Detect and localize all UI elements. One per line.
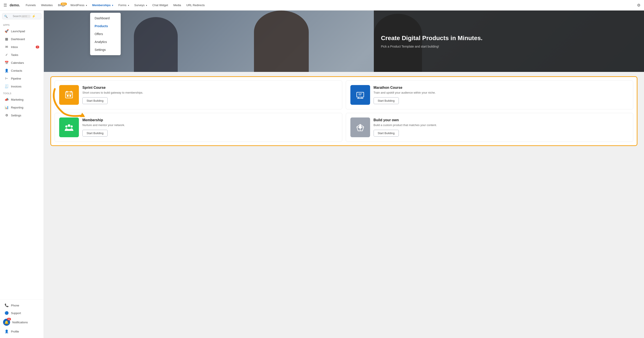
sidebar-item-label: Inbox (11, 45, 18, 49)
sidebar-item-launchpad[interactable]: 🚀 Launchpad (1, 28, 42, 35)
dropdown-products[interactable]: Products (90, 22, 120, 30)
sprint-course-desc: Short courses to build gateway to member… (82, 91, 338, 94)
marathon-course-name: Marathon Course (374, 86, 629, 90)
sidebar-item-contacts[interactable]: 👤 Contacts (1, 67, 42, 74)
product-cards-grid: Sprint Course Short courses to build gat… (50, 76, 638, 146)
sidebar-item-label: Launchpad (11, 30, 25, 33)
membership-desc: Nurture and mentor your network. (82, 124, 338, 127)
nav-surveys[interactable]: Surveys ▾ (132, 2, 150, 8)
sidebar-item-marketing[interactable]: 📣 Marketing (1, 96, 42, 103)
marketing-icon: 📣 (4, 98, 9, 102)
dropdown-offers[interactable]: Offers (90, 30, 120, 38)
settings-gear-icon[interactable]: ⚙ (637, 3, 640, 8)
sidebar-item-label: Invoices (11, 85, 22, 88)
sprint-course-info: Sprint Course Short courses to build gat… (82, 86, 338, 104)
hero-overlay: Create Digital Products in Minutes. Pick… (374, 10, 644, 72)
invoices-icon: 🧾 (4, 84, 9, 88)
membership-info: Membership Nurture and mentor your netwo… (82, 118, 338, 136)
notification-area: 🔔 11 Notifications (0, 317, 44, 328)
notification-icon-wrapper[interactable]: 🔔 11 (3, 319, 10, 326)
sidebar-item-invoices[interactable]: 🧾 Invoices (1, 83, 42, 90)
settings-icon: ⚙ (4, 113, 9, 117)
search-label: Search (13, 15, 21, 18)
sidebar-item-inbox[interactable]: ✉ Inbox 0 (1, 43, 42, 51)
nav-media[interactable]: Media (171, 2, 183, 8)
svg-point-13 (68, 124, 70, 127)
dashboard-icon: ▦ (4, 37, 9, 41)
sprint-course-name: Sprint Course (82, 86, 338, 90)
product-card-marathon-course: Marathon Course Train and upskill your a… (346, 80, 634, 110)
dropdown-settings[interactable]: Settings (90, 46, 120, 54)
sprint-course-icon (59, 85, 79, 105)
marathon-course-icon (350, 85, 370, 105)
hamburger-menu[interactable]: ☰ (4, 3, 7, 8)
pipeline-icon: ⊢ (4, 76, 9, 80)
nav-wordpress[interactable]: WordPress ▾ (68, 2, 89, 8)
reporting-icon: 📊 (4, 106, 9, 110)
sidebar-item-settings[interactable]: ⚙ Settings (1, 112, 42, 119)
membership-name: Membership (82, 118, 338, 122)
wordpress-arrow: ▾ (86, 4, 87, 6)
sidebar-item-label: Calendars (11, 61, 24, 64)
sidebar-item-label: Reporting (11, 106, 23, 109)
sidebar-item-profile[interactable]: 👤 Profile (1, 328, 42, 335)
svg-rect-2 (66, 91, 68, 93)
sidebar-item-label: Dashboard (11, 38, 25, 41)
lightning-icon: ⚡ (32, 14, 40, 18)
sidebar-item-label: Marketing (11, 98, 24, 101)
dropdown-dashboard[interactable]: Dashboard (90, 14, 120, 22)
sidebar-item-phone[interactable]: 📞 Phone (1, 302, 42, 309)
sidebar-item-label: Contacts (11, 69, 22, 72)
sidebar-item-label: Settings (11, 114, 21, 117)
hero-title: Create Digital Products in Minutes. (381, 34, 637, 42)
marathon-course-info: Marathon Course Train and upskill your a… (374, 86, 629, 104)
build-your-own-start-btn[interactable]: Start Building (374, 130, 399, 136)
hero-banner: Create Digital Products in Minutes. Pick… (44, 10, 644, 72)
sidebar-item-calendars[interactable]: 📅 Calendars (1, 59, 42, 66)
marathon-course-start-btn[interactable]: Start Building (374, 97, 399, 104)
launchpad-icon: 🚀 (4, 29, 9, 33)
svg-rect-1 (66, 92, 72, 98)
sidebar-item-reporting[interactable]: 📊 Reporting (1, 104, 42, 111)
forms-arrow: ▾ (128, 4, 129, 6)
sidebar-item-tasks[interactable]: ✓ Tasks (1, 51, 42, 58)
tools-section-label: Tools (0, 90, 44, 96)
search-shortcut: ctrl K (21, 15, 30, 18)
build-your-own-icon (350, 118, 370, 137)
memberships-dropdown: Dashboard Products Offers Analytics Sett… (90, 13, 121, 55)
sidebar-bottom: 📞 Phone 🔵 Support 🔔 11 Notifications 👤 P… (0, 300, 44, 335)
nav-url-redirects[interactable]: URL Redirects (184, 2, 207, 8)
main-content: Create Digital Products in Minutes. Pick… (44, 10, 644, 338)
dropdown-analytics[interactable]: Analytics (90, 38, 120, 46)
membership-start-btn[interactable]: Start Building (82, 130, 108, 136)
svg-point-15 (70, 126, 73, 128)
sidebar-item-dashboard[interactable]: ▦ Dashboard (1, 35, 42, 43)
top-navigation: ☰ demo. Funnels Websites Blogs New WordP… (0, 0, 644, 10)
svg-rect-5 (67, 95, 68, 97)
nav-memberships[interactable]: Memberships ▾ (90, 2, 115, 8)
nav-forms[interactable]: Forms ▾ (116, 2, 131, 8)
sidebar-item-label: Tasks (11, 53, 18, 56)
sidebar-item-support[interactable]: 🔵 Support (1, 309, 42, 317)
inbox-icon: ✉ (4, 45, 9, 49)
surveys-arrow: ▾ (146, 4, 147, 6)
sidebar-search[interactable]: 🔍 Search ctrl K ⚡ (2, 13, 42, 19)
notifications-label: Notifications (12, 321, 28, 324)
apps-section-label: Apps (0, 22, 44, 27)
sidebar: 🔍 Search ctrl K ⚡ Apps 🚀 Launchpad ▦ Das… (0, 10, 44, 338)
person-silhouette-2 (254, 10, 309, 72)
phone-icon: 📞 (4, 303, 9, 307)
sprint-course-start-btn[interactable]: Start Building (82, 97, 108, 104)
product-card-sprint-course: Sprint Course Short courses to build gat… (54, 80, 342, 110)
sidebar-item-pipeline[interactable]: ⊢ Pipeline (1, 75, 42, 82)
notification-badge: 11 (7, 318, 11, 320)
product-card-membership: Membership Nurture and mentor your netwo… (54, 113, 342, 142)
nav-websites[interactable]: Websites (39, 2, 55, 8)
build-your-own-name: Build your own (374, 118, 629, 122)
sidebar-item-label: Phone (11, 304, 19, 307)
tasks-icon: ✓ (4, 53, 9, 57)
nav-blogs[interactable]: Blogs New (56, 2, 68, 8)
nav-funnels[interactable]: Funnels (24, 2, 38, 8)
nav-chat-widget[interactable]: Chat Widget (150, 2, 170, 8)
membership-icon (59, 118, 79, 137)
